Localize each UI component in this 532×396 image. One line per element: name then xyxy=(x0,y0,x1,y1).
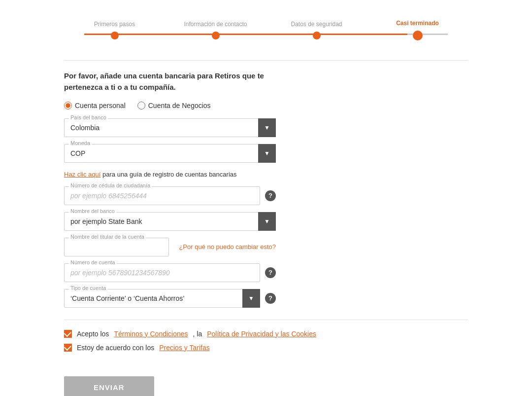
account-type-select[interactable]: ‘Cuenta Corriente’ o ‘Cuenta Ahorros’ xyxy=(64,289,260,308)
cedula-help-icon[interactable]: ? xyxy=(265,190,276,201)
step-1-dot xyxy=(111,32,119,39)
account-type-select-wrapper: ‘Cuenta Corriente’ o ‘Cuenta Ahorros’ ▼ xyxy=(64,289,260,308)
account-holder-row: Nombre del titular de la cuenta Nombre A… xyxy=(64,238,276,256)
radio-personal-option[interactable]: Cuenta personal xyxy=(64,102,126,109)
terms-text-1-middle: , la xyxy=(193,330,202,338)
main-title: Por favor, añade una cuenta bancaria par… xyxy=(64,71,468,93)
bank-country-select-wrapper: Colombia ▼ xyxy=(64,118,276,137)
terms-conditions-link[interactable]: Términos y Condiciones xyxy=(114,330,188,338)
progress-section: Primeros pasos Información de contacto D… xyxy=(64,10,468,55)
bank-name-label: Nombre del banco xyxy=(69,208,116,214)
account-holder-label: Nombre del titular de la cuenta xyxy=(69,234,146,240)
step-4-dot xyxy=(413,31,423,40)
cedula-label: Número de cédula de ciudadanía xyxy=(69,182,152,188)
terms-row-1: Acepto los Términos y Condiciones, la Po… xyxy=(64,330,468,338)
step-1-label: Primeros pasos xyxy=(94,21,135,28)
terms-section: Acepto los Términos y Condiciones, la Po… xyxy=(64,320,468,352)
radio-personal-input[interactable] xyxy=(64,102,72,109)
guide-link[interactable]: Haz clic aquí xyxy=(64,171,100,178)
bank-country-field: País del banco Colombia ▼ xyxy=(64,118,276,137)
bank-form: País del banco Colombia ▼ Moneda COP ▼ H… xyxy=(64,118,276,308)
progress-bar: Primeros pasos Información de contacto D… xyxy=(64,20,468,40)
step-3-dot xyxy=(313,32,321,39)
pricing-link[interactable]: Precios y Tarifas xyxy=(159,344,209,352)
account-number-input[interactable] xyxy=(64,263,260,282)
submit-button[interactable]: ENVIAR xyxy=(64,376,154,396)
account-type-help-icon[interactable]: ? xyxy=(265,293,276,304)
cedula-input[interactable] xyxy=(64,186,260,205)
terms-text-2-before: Estoy de acuerdo con los xyxy=(77,344,154,352)
account-number-row: Número de cuenta ? xyxy=(64,263,276,282)
radio-business-label: Cuenta de Negocios xyxy=(148,102,211,109)
page-wrapper: Primeros pasos Información de contacto D… xyxy=(44,0,488,396)
account-number-help-icon[interactable]: ? xyxy=(265,267,276,278)
account-type-row: Tipo de cuenta ‘Cuenta Corriente’ o ‘Cue… xyxy=(64,289,276,308)
step-2-label: Información de contacto xyxy=(184,21,247,28)
terms-checkbox-2[interactable] xyxy=(64,344,72,352)
privacy-policy-link[interactable]: Política de Privacidad y las Cookies xyxy=(207,330,316,338)
currency-select-wrapper: COP ▼ xyxy=(64,144,276,163)
account-number-label: Número de cuenta xyxy=(69,259,117,265)
top-divider xyxy=(64,60,468,61)
step-3: Datos de seguridad xyxy=(266,21,367,39)
why-cant-change-link[interactable]: ¿Por qué no puedo cambiar esto? xyxy=(179,243,276,251)
cedula-row: Número de cédula de ciudadanía ? xyxy=(64,186,276,205)
account-type-label: Tipo de cuenta xyxy=(69,285,107,291)
account-type-field: Tipo de cuenta ‘Cuenta Corriente’ o ‘Cue… xyxy=(64,289,260,308)
bank-country-select[interactable]: Colombia xyxy=(64,118,276,137)
radio-personal-label: Cuenta personal xyxy=(75,102,126,109)
bank-country-label: País del banco xyxy=(69,114,108,120)
submit-section: ENVIAR xyxy=(64,371,468,396)
step-1: Primeros pasos xyxy=(64,21,165,39)
currency-label: Moneda xyxy=(69,140,92,146)
currency-select[interactable]: COP xyxy=(64,144,276,163)
radio-business-input[interactable] xyxy=(137,102,145,109)
account-holder-field: Nombre del titular de la cuenta Nombre A… xyxy=(64,238,169,256)
step-4: Casi terminado xyxy=(367,20,468,40)
bank-name-select-wrapper: por ejemplo State Bank ▼ xyxy=(64,212,276,231)
currency-field: Moneda COP ▼ xyxy=(64,144,276,163)
bank-name-field: Nombre del banco por ejemplo State Bank … xyxy=(64,212,276,231)
account-holder-input[interactable]: Nombre Apellido xyxy=(64,238,169,256)
terms-row-2: Estoy de acuerdo con los Precios y Tarif… xyxy=(64,344,468,352)
account-number-field: Número de cuenta xyxy=(64,263,260,282)
step-2: Información de contacto xyxy=(165,21,266,39)
guide-link-row: Haz clic aquí para una guía de registro … xyxy=(64,170,276,180)
radio-business-option[interactable]: Cuenta de Negocios xyxy=(137,102,211,109)
terms-text-1-before: Acepto los xyxy=(77,330,109,338)
step-3-label: Datos de seguridad xyxy=(291,21,342,28)
bank-name-select[interactable]: por ejemplo State Bank xyxy=(64,212,276,231)
step-2-dot xyxy=(212,32,220,39)
step-4-label: Casi terminado xyxy=(396,20,439,27)
guide-link-text-after: para una guía de registro de cuentas ban… xyxy=(100,171,236,178)
title-line-1: Por favor, añade una cuenta bancaria par… xyxy=(64,72,264,80)
terms-checkbox-1[interactable] xyxy=(64,330,72,338)
cedula-field: Número de cédula de ciudadanía xyxy=(64,186,260,205)
account-type-group: Cuenta personal Cuenta de Negocios xyxy=(64,102,468,109)
title-line-2: pertenezca a ti o a tu compañía. xyxy=(64,83,176,91)
